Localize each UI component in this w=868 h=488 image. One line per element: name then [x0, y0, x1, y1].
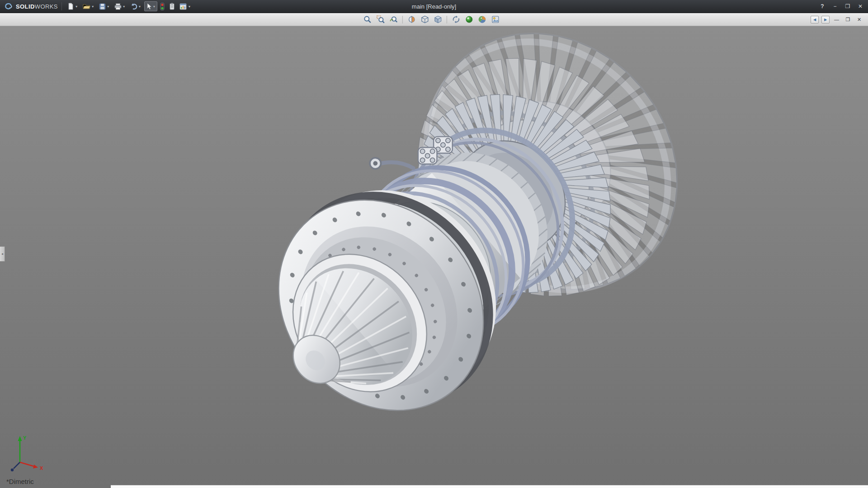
open-folder-icon: [83, 3, 90, 10]
dropdown-arrow-icon[interactable]: ▼: [153, 5, 156, 8]
file-properties-button[interactable]: [167, 1, 177, 11]
panel-forward-button[interactable]: ▶: [821, 16, 830, 23]
dropdown-arrow-icon[interactable]: ▼: [91, 5, 94, 8]
save-icon: [99, 3, 106, 10]
rotate-view-icon: [452, 15, 460, 23]
dassault-3ds-logo-icon: [4, 2, 14, 10]
triad-y-label: Y: [23, 435, 27, 441]
window-controls: ? − ❐ ✕: [818, 2, 864, 10]
document-restore-button[interactable]: ❐: [844, 16, 852, 23]
edit-appearance-button[interactable]: [463, 14, 475, 25]
rebuild-button[interactable]: [158, 1, 166, 11]
design-report-icon: [179, 3, 187, 10]
edit-appearance-icon: [465, 15, 473, 23]
window-title: main [Read-only]: [412, 0, 456, 13]
open-document-button[interactable]: ▼: [81, 1, 96, 11]
zoom-fit-button[interactable]: [362, 14, 373, 25]
app-brand: SOLIDWORKS: [4, 2, 58, 10]
rotate-view-button[interactable]: [450, 14, 462, 25]
print-button[interactable]: ▼: [113, 1, 127, 11]
save-button[interactable]: ▼: [97, 1, 112, 11]
undo-button[interactable]: ▼: [128, 1, 143, 11]
zoom-previous-icon: [389, 15, 397, 23]
heads-up-view-toolbar: ◀ ▶ — ❐ ✕: [0, 13, 868, 26]
collapse-arrow-icon: ◂: [1, 252, 3, 256]
print-icon: [114, 3, 122, 10]
graphics-area[interactable]: YX ◂ *Dimetric: [0, 26, 868, 488]
app-name-solid: SOLID: [16, 3, 35, 10]
apply-scene-icon: [478, 15, 486, 23]
zoom-area-button[interactable]: [375, 14, 386, 25]
panel-back-button[interactable]: ◀: [811, 16, 819, 23]
section-view-icon: [407, 15, 415, 23]
zoom-area-icon: [376, 15, 384, 23]
dropdown-arrow-icon[interactable]: ▼: [75, 5, 78, 8]
dropdown-arrow-icon[interactable]: ▼: [188, 5, 191, 8]
document-window-controls: ◀ ▶ — ❐ ✕: [811, 13, 863, 26]
minimize-button[interactable]: −: [831, 2, 839, 10]
view-orientation-button[interactable]: [432, 14, 443, 25]
display-style-button[interactable]: [419, 14, 430, 25]
design-report-button[interactable]: ▼: [178, 1, 193, 11]
view-orientation-icon: [434, 15, 442, 23]
zoom-fit-icon: [363, 15, 371, 23]
view-tools: [362, 13, 501, 26]
toolbar-separator: [402, 16, 403, 23]
new-document-button[interactable]: ▼: [66, 1, 80, 11]
standard-toolbar: ▼ ▼ ▼ ▼ ▼: [66, 1, 193, 11]
app-name: SOLIDWORKS: [16, 3, 58, 10]
dropdown-arrow-icon[interactable]: ▼: [123, 5, 126, 8]
select-button[interactable]: ▼: [144, 1, 158, 11]
close-button[interactable]: ✕: [856, 2, 864, 10]
app-name-works: WORKS: [35, 3, 58, 10]
view-settings-button[interactable]: [490, 14, 501, 25]
section-view-button[interactable]: [406, 14, 417, 25]
new-document-icon: [67, 3, 74, 10]
titlebar: SOLIDWORKS ▼ ▼ ▼: [0, 0, 868, 13]
apply-scene-button[interactable]: [476, 14, 488, 25]
triad-x-label: X: [40, 465, 43, 471]
view-orientation-label: *Dimetric: [6, 478, 34, 485]
help-button[interactable]: ?: [818, 2, 826, 10]
file-properties-icon: [169, 3, 175, 10]
view-settings-icon: [491, 15, 499, 23]
toolbar-separator: [61, 2, 62, 10]
dropdown-arrow-icon[interactable]: ▼: [107, 5, 110, 8]
panel-collapse-tab[interactable]: ◂: [0, 246, 5, 262]
undo-icon: [130, 3, 137, 10]
select-cursor-icon: [146, 3, 152, 10]
rebuild-traffic-light-icon: [160, 3, 165, 10]
zoom-previous-button[interactable]: [388, 14, 399, 25]
document-close-button[interactable]: ✕: [855, 16, 863, 23]
status-strip: [111, 485, 868, 488]
dropdown-arrow-icon[interactable]: ▼: [138, 5, 142, 8]
document-minimize-button[interactable]: —: [832, 16, 841, 23]
bolted-plate: [418, 147, 437, 164]
restore-button[interactable]: ❐: [844, 2, 852, 10]
toolbar-separator: [447, 16, 447, 23]
display-style-icon: [420, 15, 429, 23]
3d-viewport[interactable]: YX: [0, 26, 868, 488]
